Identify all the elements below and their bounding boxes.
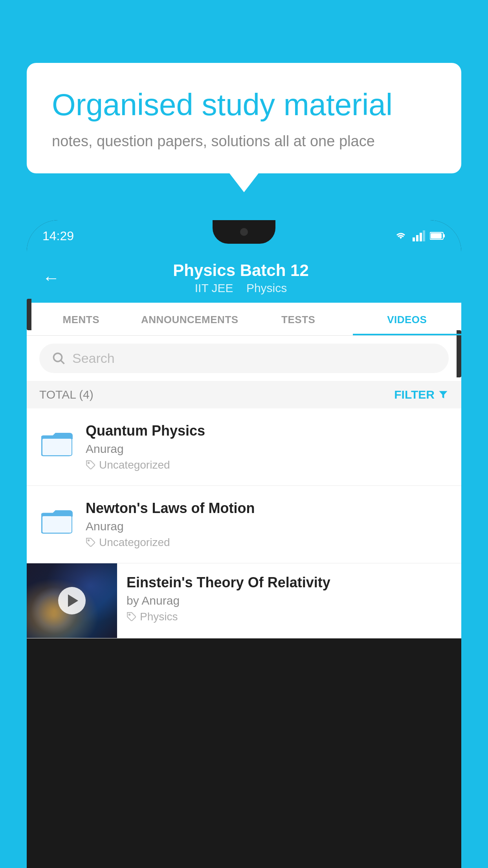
svg-rect-3	[423, 230, 425, 241]
item-tag: Uncategorized	[86, 459, 449, 471]
svg-point-14	[88, 540, 89, 541]
folder-icon-container	[39, 503, 75, 539]
tag-icon	[86, 537, 96, 548]
svg-rect-5	[443, 234, 445, 237]
search-bar[interactable]: Search	[39, 344, 449, 373]
svg-rect-0	[413, 237, 415, 241]
phone-frame: 14:29	[27, 220, 461, 868]
svg-rect-1	[416, 235, 418, 241]
search-icon	[52, 351, 66, 366]
tab-announcements[interactable]: ANNOUNCEMENTS	[136, 303, 244, 335]
svg-point-11	[88, 462, 89, 463]
camera-dot	[240, 228, 248, 236]
item-author: Anurag	[86, 520, 449, 533]
item-info: Quantum Physics Anurag Uncategorized	[86, 423, 449, 471]
video-thumbnail	[27, 563, 117, 638]
status-time: 14:29	[42, 229, 74, 243]
wifi-icon	[394, 230, 408, 241]
svg-rect-6	[431, 233, 442, 239]
speech-bubble: Organised study material notes, question…	[27, 63, 461, 173]
tag-label: Uncategorized	[99, 536, 170, 549]
filter-row: TOTAL (4) FILTER	[27, 381, 461, 408]
status-icons	[394, 230, 446, 241]
bubble-title: Organised study material	[52, 86, 436, 123]
list-item[interactable]: Newton's Laws of Motion Anurag Uncategor…	[27, 486, 461, 563]
svg-point-15	[129, 614, 130, 615]
tab-videos[interactable]: VIDEOS	[353, 303, 462, 335]
item-title: Quantum Physics	[86, 423, 449, 439]
folder-icon-container	[39, 426, 75, 461]
app-header: ← Physics Batch 12 IIT JEE Physics	[27, 252, 461, 303]
item-author: Anurag	[86, 442, 449, 456]
header-subtitle: IIT JEE Physics	[69, 281, 413, 295]
tag-label: Uncategorized	[99, 459, 170, 471]
tabs-container: MENTS ANNOUNCEMENTS TESTS VIDEOS	[27, 303, 461, 336]
folder-icon	[41, 507, 73, 535]
phone-power-button	[457, 330, 461, 377]
item-title: Einstein's Theory Of Relativity	[127, 574, 452, 591]
filter-button[interactable]: FILTER	[394, 388, 449, 401]
item-author: by Anurag	[127, 594, 452, 607]
speech-bubble-section: Organised study material notes, question…	[27, 63, 461, 173]
subtitle-tag1: IIT JEE	[195, 281, 233, 294]
tag-label: Physics	[140, 611, 178, 623]
svg-rect-2	[420, 233, 422, 241]
item-info: Einstein's Theory Of Relativity by Anura…	[117, 563, 461, 634]
list-item[interactable]: Quantum Physics Anurag Uncategorized	[27, 408, 461, 486]
bubble-subtitle: notes, question papers, solutions all at…	[52, 133, 436, 150]
total-count: TOTAL (4)	[39, 388, 94, 401]
svg-rect-13	[42, 516, 72, 533]
content-area: Quantum Physics Anurag Uncategorized	[27, 408, 461, 638]
item-tag: Physics	[127, 611, 452, 623]
header-title: Physics Batch 12	[69, 261, 413, 280]
svg-rect-10	[42, 438, 72, 456]
subtitle-tag2: Physics	[246, 281, 287, 294]
tag-icon	[86, 460, 96, 470]
battery-icon	[430, 232, 446, 240]
tab-tests[interactable]: TESTS	[244, 303, 353, 335]
item-info: Newton's Laws of Motion Anurag Uncategor…	[86, 500, 449, 549]
item-title: Newton's Laws of Motion	[86, 500, 449, 517]
filter-label: FILTER	[394, 388, 435, 401]
phone-notch	[213, 220, 275, 244]
search-container: Search	[27, 336, 461, 381]
tab-ments[interactable]: MENTS	[27, 303, 136, 335]
tag-icon	[127, 612, 137, 622]
folder-icon	[41, 429, 73, 458]
svg-point-7	[54, 353, 62, 361]
svg-line-8	[61, 360, 64, 364]
header-title-group: Physics Batch 12 IIT JEE Physics	[69, 261, 413, 295]
play-button[interactable]	[58, 587, 86, 614]
search-placeholder: Search	[72, 351, 115, 366]
filter-funnel-icon	[438, 389, 449, 400]
status-bar: 14:29	[27, 220, 461, 252]
back-button[interactable]: ←	[42, 268, 60, 288]
signal-icon	[413, 230, 425, 241]
list-item[interactable]: Einstein's Theory Of Relativity by Anura…	[27, 563, 461, 638]
item-tag: Uncategorized	[86, 536, 449, 549]
play-triangle-icon	[68, 594, 78, 607]
